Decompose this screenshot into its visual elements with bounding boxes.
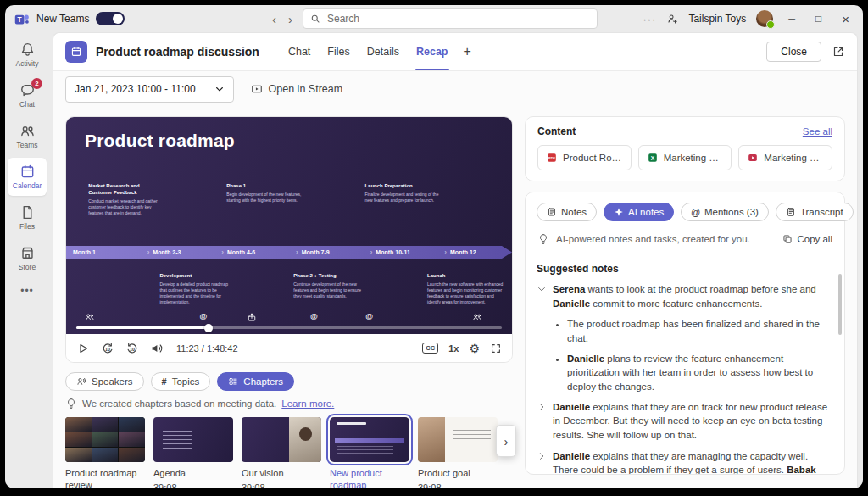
- chapter-thumbnail[interactable]: New product roadmap39:08: [330, 417, 409, 488]
- store-icon: [19, 245, 36, 261]
- sidebar-item-activity[interactable]: Activity: [8, 36, 47, 74]
- tab-files[interactable]: Files: [319, 33, 358, 70]
- chapter-thumbnail-image[interactable]: [242, 417, 321, 462]
- copy-all-button[interactable]: Copy all: [782, 234, 832, 244]
- person-add-icon[interactable]: [666, 13, 678, 25]
- chapter-thumbnail-image[interactable]: [418, 417, 498, 462]
- timeline-chevron-icon: ›: [147, 248, 150, 256]
- person-name: Danielle: [567, 354, 604, 364]
- sidebar-item-teams[interactable]: Teams: [8, 117, 47, 155]
- slide-phase-body: Finalize development and testing of the …: [364, 192, 440, 203]
- content-file-card[interactable]: Marketing demo...: [738, 145, 832, 170]
- rewind-10-icon[interactable]: 10: [101, 342, 114, 355]
- learn-more-link[interactable]: Learn more.: [281, 398, 334, 409]
- slide-timeline-bar: Month 1›Month 2-3›Month 4-6›Month 7-9›Mo…: [66, 246, 512, 259]
- tab-details[interactable]: Details: [359, 33, 408, 70]
- search-icon: [310, 14, 320, 24]
- chevron-right-icon[interactable]: [537, 402, 547, 412]
- add-tab-button[interactable]: +: [457, 44, 478, 59]
- share-icon[interactable]: [247, 312, 257, 322]
- chevron-down-icon: [214, 84, 225, 94]
- chapter-thumbnail-image[interactable]: [153, 417, 233, 462]
- at-icon[interactable]: @: [365, 312, 373, 320]
- chapter-thumbnail[interactable]: Product roadmap review39:08: [65, 417, 145, 488]
- person-name: Danielle: [553, 298, 590, 309]
- chevron-down-icon[interactable]: [537, 284, 547, 294]
- timeline-chevron-icon: ›: [221, 248, 224, 256]
- fullscreen-icon[interactable]: [490, 343, 502, 354]
- chip-topics[interactable]: #Topics: [151, 372, 211, 391]
- timeline-month: Month 1: [66, 249, 141, 255]
- chip-label: Chapters: [243, 376, 283, 387]
- notes-scrollbar[interactable]: [838, 274, 842, 335]
- search-box[interactable]: [303, 8, 598, 29]
- chapter-thumbnail-image[interactable]: [330, 417, 409, 462]
- teams-logo-icon: T: [14, 11, 30, 27]
- search-input[interactable]: [326, 12, 590, 25]
- sidebar-item-store[interactable]: Store: [8, 239, 47, 277]
- player-controls-right: CC 1x ⚙: [422, 343, 502, 354]
- chapter-thumbnail[interactable]: Our vision39:08: [242, 417, 321, 488]
- playback-speed-button[interactable]: 1x: [448, 343, 459, 354]
- back-icon[interactable]: ‹: [270, 13, 278, 25]
- content-file-card[interactable]: PDFProduct Roadmap...: [537, 145, 632, 170]
- minimize-button[interactable]: ─: [783, 13, 800, 25]
- at-icon[interactable]: @: [200, 312, 208, 320]
- chapter-thumbnail[interactable]: Agenda39:08: [153, 417, 233, 488]
- at-icon[interactable]: @: [310, 312, 318, 320]
- ai-note: Danielle explains that they are managing…: [537, 449, 831, 474]
- chapter-thumbnail[interactable]: Product goal39:08: [418, 417, 498, 488]
- avatar[interactable]: [756, 10, 773, 27]
- tab-recap[interactable]: Recap: [408, 33, 457, 70]
- settings-gear-icon[interactable]: ⚙: [469, 343, 480, 354]
- teams-window: T New Teams ‹ › ··· Tailspin Toys ─ □ × …: [5, 5, 863, 488]
- slide-preview: [153, 417, 233, 462]
- sidebar-item-files[interactable]: Files: [8, 198, 47, 237]
- volume-icon[interactable]: [150, 342, 164, 355]
- popout-icon[interactable]: [832, 45, 845, 59]
- sidebar-item-calendar[interactable]: Calendar: [8, 158, 47, 196]
- captions-button[interactable]: CC: [422, 343, 438, 354]
- seek-handle[interactable]: [204, 324, 213, 332]
- new-teams-toggle[interactable]: [96, 12, 125, 25]
- people-icon: [19, 123, 36, 139]
- transcript-icon: [786, 207, 796, 217]
- forward-icon[interactable]: ›: [287, 13, 294, 25]
- slide-phase-body: Conduct market research and gather custo…: [88, 198, 164, 216]
- open-in-stream-button[interactable]: Open in Stream: [251, 83, 343, 95]
- more-icon[interactable]: ···: [643, 13, 656, 25]
- chevron-right-icon[interactable]: [537, 451, 547, 461]
- ai-note-subnotes: The product roadmap has been finalized a…: [567, 317, 831, 393]
- open-in-stream-label: Open in Stream: [269, 83, 343, 95]
- maximize-button[interactable]: □: [810, 12, 826, 25]
- people-icon[interactable]: [472, 312, 482, 322]
- notes-tab-transcript[interactable]: Transcript: [776, 203, 854, 221]
- forward-10-icon[interactable]: 10: [125, 342, 139, 355]
- notes-tab-label: AI notes: [628, 207, 664, 217]
- ai-banner: AI-powered notes and tasks, created for …: [526, 230, 844, 254]
- sidebar-item-label: Activity: [16, 59, 39, 68]
- tab-chat[interactable]: Chat: [280, 33, 319, 70]
- page-title: Product roadmap discussion: [96, 45, 259, 59]
- org-name[interactable]: Tailspin Toys: [688, 13, 746, 25]
- content-file-card[interactable]: XMarketing budget...: [638, 145, 732, 170]
- content-title: Content: [537, 125, 576, 137]
- notes-tab-notes[interactable]: Notes: [537, 203, 597, 221]
- people-icon[interactable]: [85, 312, 95, 322]
- close-button[interactable]: Close: [766, 42, 821, 62]
- chip-speakers[interactable]: Speakers: [65, 372, 144, 391]
- date-range-dropdown[interactable]: Jan 21, 2023 10:00 - 11:00: [65, 76, 234, 103]
- see-all-link[interactable]: See all: [803, 126, 832, 137]
- seek-bar[interactable]: [76, 326, 502, 329]
- chip-chapters[interactable]: Chapters: [217, 372, 294, 391]
- chapter-thumbnail-image[interactable]: [65, 417, 145, 462]
- video-player[interactable]: Product roadmap Market Research and Cust…: [65, 116, 513, 363]
- notes-tab-mentions-3-[interactable]: @Mentions (3): [681, 203, 769, 221]
- next-chapters-button[interactable]: ›: [496, 425, 516, 457]
- sidebar-more-icon[interactable]: •••: [20, 285, 34, 297]
- play-icon[interactable]: [76, 342, 90, 355]
- close-window-button[interactable]: ×: [837, 11, 854, 27]
- notes-tab-ai-notes[interactable]: AI notes: [604, 203, 674, 221]
- main-panel: Product roadmap discussion ChatFilesDeta…: [53, 32, 858, 488]
- sidebar-item-chat[interactable]: Chat2: [8, 76, 47, 114]
